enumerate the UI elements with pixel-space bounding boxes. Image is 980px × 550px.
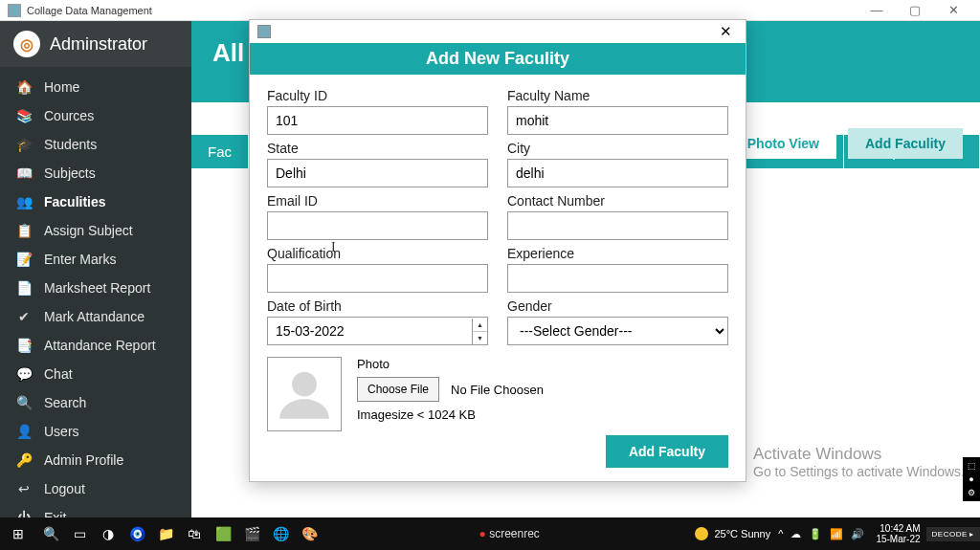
store-icon[interactable]: 🛍 [180,526,209,541]
nav-label: Faculities [44,194,106,209]
state-input[interactable] [267,159,488,187]
close-button[interactable]: ✕ [934,3,972,17]
dob-label: Date of Birth [267,298,488,314]
screenrec-sidestrip[interactable]: ⬚●⚙ [963,457,980,501]
modal-app-icon [257,25,271,38]
gender-select[interactable]: ---Select Gender--- [507,317,728,345]
nav-item-students[interactable]: 🎓Students [0,130,191,159]
nav-label: Students [44,137,97,152]
faculty-name-input[interactable] [507,106,728,135]
app-icon-5[interactable]: 🎨 [295,526,323,541]
mark-attandance-icon: ✔ [15,309,33,324]
file-status: No File Choosen [451,383,544,397]
search-icon: 🔍 [15,395,33,410]
nav-item-users[interactable]: 👤Users [0,417,191,446]
nav-item-cources[interactable]: 📚Cources [0,101,191,130]
window-titlebar: Collage Data Management — ▢ ✕ [0,0,980,21]
faculty-name-label: Faculty Name [507,88,728,103]
battery-icon[interactable]: 🔋 [809,528,822,540]
wifi-icon[interactable]: 📶 [830,528,843,540]
logout-icon: ↩ [15,481,33,496]
avatar-placeholder-icon [267,357,342,431]
email-input[interactable] [267,211,488,240]
nav-label: Home [44,79,79,95]
nav-item-home[interactable]: 🏠Home [0,73,191,101]
nav-label: Admin Profile [44,452,123,468]
nav-label: Mark Attandance [44,309,145,324]
nav-label: Assign Subject [44,223,133,238]
experience-input[interactable] [507,264,728,293]
app-icon-3[interactable]: 🟩 [209,526,237,541]
activate-windows-watermark: Activate Windows Go to Settings to activ… [753,445,965,479]
dob-spinner[interactable]: ▲▼ [472,319,487,344]
nav-label: Chat [44,366,73,382]
screenrec-indicator: ● screenrec [323,527,695,540]
add-faculty-modal: ✕ Add New Faculity Faculty ID Faculty Na… [249,19,746,482]
submit-add-faculty-button[interactable]: Add Faculty [606,435,728,468]
nav-item-mark-attandance[interactable]: ✔Mark Attandance [0,302,191,331]
nav-item-faculities[interactable]: 👥Faculities [0,187,191,216]
nav-item-enter-marks[interactable]: 📝Enter Marks [0,245,191,274]
window-title: Collage Data Management [27,5,152,16]
minimize-button[interactable]: — [858,3,896,17]
chevron-up-icon[interactable]: ^ [778,528,783,539]
admin-logo-icon: ◎ [13,31,40,57]
enter-marks-icon: 📝 [15,252,33,267]
students-icon: 🎓 [15,137,33,152]
email-label: Email ID [267,193,488,209]
taskbar: ⊞ 🔍 ▭ ◑ 🧿 📁 🛍 🟩 🎬 🌐 🎨 ● screenrec 25°C S… [0,517,980,550]
nav-item-marksheet-report[interactable]: 📄Marksheet Report [0,274,191,302]
dob-input[interactable] [268,318,472,344]
maximize-button[interactable]: ▢ [896,3,934,17]
admin-header: ◎ Adminstrator [0,21,191,67]
col-fac: Fac [191,135,249,168]
contact-input[interactable] [507,211,728,240]
faculty-id-input[interactable] [267,106,488,135]
start-button[interactable]: ⊞ [0,526,36,541]
users-icon: 👤 [15,424,33,439]
explorer-icon[interactable]: 📁 [151,526,180,541]
nav-item-assign-subject[interactable]: 📋Assign Subject [0,216,191,245]
weather-widget[interactable]: 25°C Sunny [695,527,770,540]
nav-item-chat[interactable]: 💬Chat [0,360,191,388]
attandance-report-icon: 📑 [15,338,33,353]
search-icon[interactable]: 🔍 [36,526,65,541]
choose-file-button[interactable]: Choose File [357,377,439,402]
image-size-hint: Imagesize < 1024 KB [357,407,544,422]
nav-item-subjects[interactable]: 📖Subjects [0,159,191,187]
nav-item-admin-profile[interactable]: 🔑Admin Profile [0,446,191,474]
app-icon-4[interactable]: 🎬 [237,526,266,541]
admin-title: Adminstrator [50,34,147,55]
faculty-id-label: Faculty ID [267,88,488,103]
taskview-icon[interactable]: ▭ [65,526,94,541]
admin-profile-icon: 🔑 [15,452,33,468]
state-label: State [267,141,488,156]
nav-item-attandance-report[interactable]: 📑Attandance Report [0,331,191,360]
contact-label: Contact Number [507,193,728,209]
nav-item-search[interactable]: 🔍Search [0,388,191,417]
app-icon-1[interactable]: ◑ [94,526,122,541]
qualification-label: Qualification [267,246,488,261]
clock[interactable]: 10:42 AM 15-Mar-22 [870,523,925,544]
subjects-icon: 📖 [15,165,33,181]
onedrive-icon[interactable]: ☁ [791,528,801,540]
modal-close-button[interactable]: ✕ [714,23,738,40]
modal-titlebar: ✕ [250,20,746,43]
nav-label: Marksheet Report [44,280,150,296]
nav-list: 🏠Home📚Cources🎓Students📖Subjects👥Faculiti… [0,67,191,538]
add-faculty-button[interactable]: Add Faculity [848,128,963,159]
qualification-input[interactable] [267,264,488,293]
volume-icon[interactable]: 🔊 [851,528,864,540]
home-icon: 🏠 [15,79,33,95]
app-icon-2[interactable]: 🧿 [122,526,151,541]
sidebar: ◎ Adminstrator 🏠Home📚Cources🎓Students📖Su… [0,21,191,517]
city-input[interactable] [507,159,728,187]
system-tray[interactable]: ^ ☁ 🔋 📶 🔊 [778,528,870,540]
chrome-icon[interactable]: 🌐 [266,526,295,541]
nav-label: Logout [44,481,85,496]
nav-item-logout[interactable]: ↩Logout [0,474,191,503]
nav-label: Search [44,395,86,410]
nav-label: Attandance Report [44,338,156,353]
chat-icon: 💬 [15,366,33,382]
svg-point-0 [292,372,317,397]
